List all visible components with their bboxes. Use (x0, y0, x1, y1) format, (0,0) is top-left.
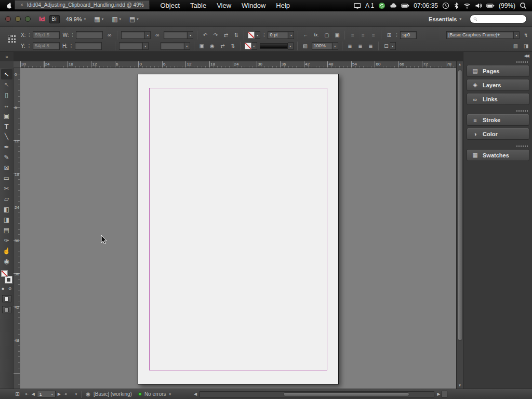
horizontal-scrollbar-thumb[interactable] (283, 392, 409, 396)
apply-color-button[interactable]: ■ (1, 285, 6, 291)
page-number-field[interactable]: 1 ▾ (37, 391, 56, 397)
flip-horizontal-icon[interactable]: ⇄ (222, 31, 230, 39)
search-input[interactable] (480, 16, 523, 22)
apply-none-button[interactable]: ⊘ (7, 285, 12, 291)
stroke-weight-field[interactable]: 0 pt (268, 31, 288, 39)
baseline-grid-icon[interactable]: ⊡ (382, 42, 390, 50)
apple-menu-icon[interactable] (6, 2, 13, 9)
stroke-type-dropdown[interactable]: ▾ (288, 42, 294, 50)
valign-bottom-icon[interactable]: ≣ (367, 42, 375, 50)
align-left-icon[interactable]: ≡ (349, 31, 356, 39)
panel-button-color[interactable]: ◑Color (467, 128, 529, 140)
panel-button-swatches[interactable]: ▦Swatches (467, 149, 529, 161)
y-stepper[interactable]: ▲▼ (28, 44, 30, 48)
scroll-up-button[interactable]: ▲ (457, 62, 463, 66)
split-view-button[interactable] (442, 391, 447, 397)
next-page-button[interactable]: ▶ (58, 392, 61, 396)
gradient-swatch-tool[interactable]: ◧ (1, 204, 12, 215)
volume-icon[interactable] (475, 2, 482, 9)
zoom-window-button[interactable] (25, 16, 31, 22)
normal-view-mode-button[interactable] (2, 295, 11, 302)
vertical-ruler[interactable]: 0612182430364248 (14, 68, 20, 389)
frame-grid-icon[interactable]: ⊞ (385, 31, 393, 39)
object-style-field[interactable]: [Basic Graphics Frame]+ (446, 31, 514, 39)
free-transform-tool[interactable]: ▱ (1, 194, 12, 204)
last-page-button[interactable]: ⇥ (63, 392, 67, 396)
constrain-dimensions-icon[interactable]: ∞ (105, 31, 113, 39)
gradient-feather-tool[interactable]: ◨ (1, 215, 12, 225)
stroke-swatch[interactable] (5, 276, 12, 283)
rectangle-frame-tool[interactable]: ⊠ (1, 163, 12, 173)
select-content-icon[interactable]: ◉ (208, 42, 216, 50)
h-stepper[interactable]: ▲▼ (70, 44, 72, 48)
w-stepper[interactable]: ▲▼ (71, 33, 73, 37)
valign-top-icon[interactable]: ≣ (346, 42, 354, 50)
stroke-color-dropdown[interactable]: ▾ (255, 31, 260, 39)
valign-center-icon[interactable]: ≣ (356, 42, 364, 50)
bluetooth-icon[interactable] (454, 2, 459, 9)
content-collector-tool[interactable]: ▣ (1, 111, 12, 121)
screen-mode-dropdown[interactable]: ▥ ▾ (112, 16, 121, 23)
creative-cloud-icon[interactable] (390, 2, 397, 9)
page-tool[interactable]: ▯ (1, 90, 12, 100)
zoom-tool[interactable]: ◉ (1, 256, 12, 267)
document-tab[interactable]: × Idid04_Adjusting_Clipboard_Handling.in… (15, 0, 150, 9)
preview-mode-button[interactable] (2, 306, 11, 313)
rectangle-tool[interactable]: ▭ (1, 173, 12, 183)
gap-tool[interactable]: ↔ (1, 100, 12, 111)
pasteboard[interactable] (20, 68, 456, 389)
type-tool[interactable]: T (1, 121, 12, 131)
grid-options-dropdown[interactable]: ▾ (390, 42, 396, 50)
pencil-tool[interactable]: ✎ (1, 152, 12, 163)
tab-close-icon[interactable]: × (20, 2, 23, 8)
display-icon[interactable] (354, 2, 361, 9)
stroke-color-swatch[interactable] (248, 32, 255, 38)
panel-button-layers[interactable]: ◈Layers (467, 79, 529, 91)
battery-icon[interactable] (486, 2, 495, 9)
fill-swatch[interactable] (1, 270, 8, 277)
document-page[interactable] (138, 74, 339, 384)
x-field[interactable]: 59p1.5 (33, 31, 60, 39)
close-window-button[interactable] (5, 16, 11, 22)
quick-apply-icon[interactable]: ↯ (522, 31, 530, 39)
menu-window[interactable]: Window (236, 0, 271, 11)
wrap-around-icon[interactable]: ▣ (333, 31, 341, 39)
align-right-icon[interactable]: ≡ (369, 31, 377, 39)
h-field[interactable] (75, 42, 102, 50)
select-container-icon[interactable]: ▣ (198, 42, 206, 50)
dock-collapse-button[interactable]: ◀◀ (524, 54, 528, 58)
panel-group-grip[interactable] (516, 145, 528, 147)
scale-y-field[interactable] (119, 42, 143, 50)
flip-vertical-icon[interactable]: ⇅ (232, 31, 240, 39)
workspace-switcher[interactable]: Essentials ▾ (429, 16, 461, 22)
w-field[interactable] (76, 31, 103, 39)
align-center-icon[interactable]: ≡ (359, 31, 367, 39)
fill-color-dropdown[interactable]: ▾ (251, 42, 257, 50)
scale-x-dropdown[interactable]: ▾ (145, 31, 151, 39)
scale-y-dropdown[interactable]: ▾ (143, 42, 149, 50)
sync-icon[interactable] (378, 2, 385, 9)
flip-horizontal-icon[interactable]: ⇄ (219, 42, 227, 50)
preview-spread-icon[interactable]: ◨ (522, 42, 530, 50)
panel-group-grip[interactable] (516, 61, 528, 63)
opacity-field[interactable]: 100% (312, 42, 332, 50)
menu-help[interactable]: Help (271, 0, 295, 11)
hand-tool[interactable]: ☝ (1, 246, 12, 256)
object-states-icon[interactable]: ▥ (512, 42, 520, 50)
space-field[interactable]: sp0 (400, 31, 417, 39)
horizontal-ruler[interactable]: 30241812606121824303642485460667278 (20, 61, 456, 68)
space-stepper[interactable]: ▲▼ (395, 33, 397, 37)
opacity-dropdown[interactable]: ▾ (332, 42, 338, 50)
scissors-tool[interactable]: ✂ (1, 183, 12, 194)
selection-tool[interactable]: ↖ (1, 69, 12, 79)
transparency-icon[interactable]: ▧ (301, 42, 309, 50)
flip-vertical-icon[interactable]: ⇅ (229, 42, 237, 50)
x-stepper[interactable]: ▲▼ (28, 33, 30, 37)
vertical-scrollbar[interactable]: ▲ ▼ (456, 61, 463, 389)
effects-fx-button[interactable]: fx. (312, 31, 320, 39)
rotation-angle-field[interactable] (164, 31, 188, 39)
search-box[interactable] (470, 15, 527, 23)
rotate-cw-icon[interactable]: ↷ (211, 31, 219, 39)
stroke-weight-stepper[interactable]: ▲▼ (263, 33, 265, 37)
note-tool[interactable]: ▤ (1, 225, 12, 235)
